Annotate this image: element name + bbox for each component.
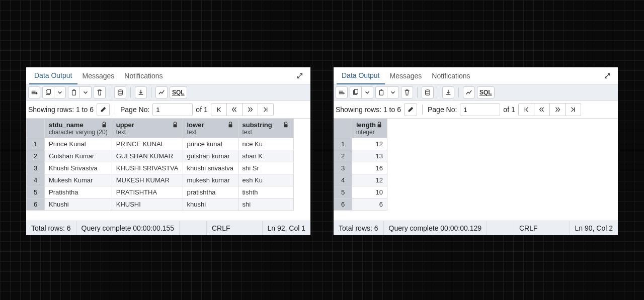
cell[interactable]: 6: [352, 198, 387, 211]
first-page-button[interactable]: [211, 103, 227, 116]
cell[interactable]: KHUSHI SRIVASTVA: [112, 162, 183, 174]
delete-button[interactable]: [94, 86, 106, 98]
paste-dropdown[interactable]: [387, 86, 399, 98]
row-number[interactable]: 2: [27, 150, 45, 162]
cell[interactable]: 12: [352, 174, 387, 186]
cell[interactable]: MUKESH KUMAR: [112, 174, 183, 186]
page-no-label: Page No:: [428, 106, 457, 114]
paste-dropdown[interactable]: [79, 86, 92, 98]
cell[interactable]: pratishtha: [183, 186, 238, 198]
copy-dropdown[interactable]: [361, 86, 373, 98]
svg-rect-6: [173, 124, 177, 127]
cursor-position: Ln 90, Col 2: [570, 221, 618, 235]
row-number[interactable]: 1: [334, 138, 352, 150]
cell[interactable]: shi: [238, 198, 293, 211]
cell[interactable]: esh Ku: [238, 174, 293, 186]
page-no-input[interactable]: [460, 103, 500, 116]
paste-button[interactable]: [68, 86, 80, 98]
column-header[interactable]: lengthinteger: [352, 119, 387, 138]
prev-page-button[interactable]: [226, 103, 243, 116]
svg-rect-3: [73, 89, 75, 91]
copy-dropdown[interactable]: [54, 86, 66, 98]
cell[interactable]: KHUSHI: [112, 198, 183, 211]
download-button[interactable]: [442, 86, 454, 98]
tab-bar: Data OutputMessagesNotifications: [334, 67, 618, 84]
copy-button[interactable]: [42, 86, 54, 98]
column-type: character varying (20): [49, 129, 108, 136]
cell[interactable]: Prince Kunal: [45, 138, 112, 150]
corner-cell: [27, 119, 45, 138]
last-page-button[interactable]: [258, 103, 274, 116]
cell[interactable]: GULSHAN KUMAR: [112, 150, 183, 162]
tab-data-output[interactable]: Data Output: [337, 67, 385, 84]
next-page-button[interactable]: [549, 103, 566, 116]
cell[interactable]: 10: [352, 186, 387, 198]
row-number[interactable]: 2: [334, 150, 352, 162]
expand-icon[interactable]: [600, 69, 615, 82]
cell[interactable]: khushi srivastva: [183, 162, 238, 174]
cell[interactable]: prince kunal: [183, 138, 238, 150]
cell[interactable]: gulshan kumar: [183, 150, 238, 162]
prev-page-button[interactable]: [534, 103, 550, 116]
cell[interactable]: Gulshan Kumar: [45, 150, 112, 162]
row-number[interactable]: 4: [27, 174, 45, 186]
cell[interactable]: khushi: [183, 198, 238, 211]
row-number[interactable]: 5: [27, 186, 45, 198]
last-page-button[interactable]: [565, 103, 581, 116]
next-page-button[interactable]: [242, 103, 258, 116]
expand-icon[interactable]: [292, 69, 307, 82]
graph-button[interactable]: [463, 86, 475, 98]
cell[interactable]: mukesh kumar: [183, 174, 238, 186]
paste-button[interactable]: [375, 86, 387, 98]
add-row-button[interactable]: [28, 86, 40, 98]
svg-point-4: [118, 90, 123, 92]
cursor-position: Ln 92, Col 1: [262, 221, 311, 235]
cell[interactable]: 16: [352, 162, 387, 174]
cell[interactable]: PRATISHTHA: [112, 186, 183, 198]
sql-button[interactable]: SQL: [170, 86, 187, 98]
tab-messages[interactable]: Messages: [385, 68, 427, 84]
cell[interactable]: PRINCE KUNAL: [112, 138, 183, 150]
sql-button[interactable]: SQL: [477, 86, 495, 98]
tab-data-output[interactable]: Data Output: [29, 67, 77, 84]
row-number[interactable]: 5: [334, 186, 352, 198]
column-header[interactable]: uppertext: [112, 119, 183, 138]
tab-notifications[interactable]: Notifications: [119, 68, 168, 84]
graph-button[interactable]: [155, 86, 168, 98]
cell[interactable]: shan K: [238, 150, 293, 162]
tab-messages[interactable]: Messages: [77, 68, 120, 84]
edit-button[interactable]: [404, 103, 417, 116]
cell[interactable]: shi Sr: [238, 162, 293, 174]
row-number[interactable]: 3: [27, 162, 45, 174]
cell[interactable]: Khushi Srivastva: [45, 162, 112, 174]
cell[interactable]: Pratishtha: [45, 186, 112, 198]
add-row-button[interactable]: [336, 86, 348, 98]
page-of-label: of 1: [503, 106, 515, 114]
row-number[interactable]: 6: [27, 198, 45, 211]
page-no-input[interactable]: [152, 103, 193, 116]
save-data-button[interactable]: [422, 86, 434, 98]
column-type: integer: [356, 129, 383, 136]
column-header[interactable]: substringtext: [238, 119, 293, 138]
edit-button[interactable]: [97, 103, 110, 116]
row-number[interactable]: 4: [334, 174, 352, 186]
row-number[interactable]: 6: [334, 198, 352, 211]
cell[interactable]: tishth: [238, 186, 293, 198]
first-page-button[interactable]: [518, 103, 534, 116]
column-header[interactable]: lowertext: [183, 119, 238, 138]
copy-button[interactable]: [350, 86, 362, 98]
tab-notifications[interactable]: Notifications: [427, 68, 475, 84]
save-data-button[interactable]: [114, 86, 126, 98]
delete-button[interactable]: [401, 86, 413, 98]
row-number[interactable]: 1: [27, 138, 45, 150]
cell[interactable]: nce Ku: [238, 138, 293, 150]
eol-indicator[interactable]: CRLF: [206, 221, 235, 235]
row-number[interactable]: 3: [334, 162, 352, 174]
cell[interactable]: Khushi: [45, 198, 112, 211]
column-header[interactable]: stdu_namecharacter varying (20): [45, 119, 112, 138]
download-button[interactable]: [135, 86, 147, 98]
cell[interactable]: 12: [352, 138, 387, 150]
cell[interactable]: Mukesh Kumar: [45, 174, 112, 186]
cell[interactable]: 13: [352, 150, 387, 162]
eol-indicator[interactable]: CRLF: [514, 221, 543, 235]
